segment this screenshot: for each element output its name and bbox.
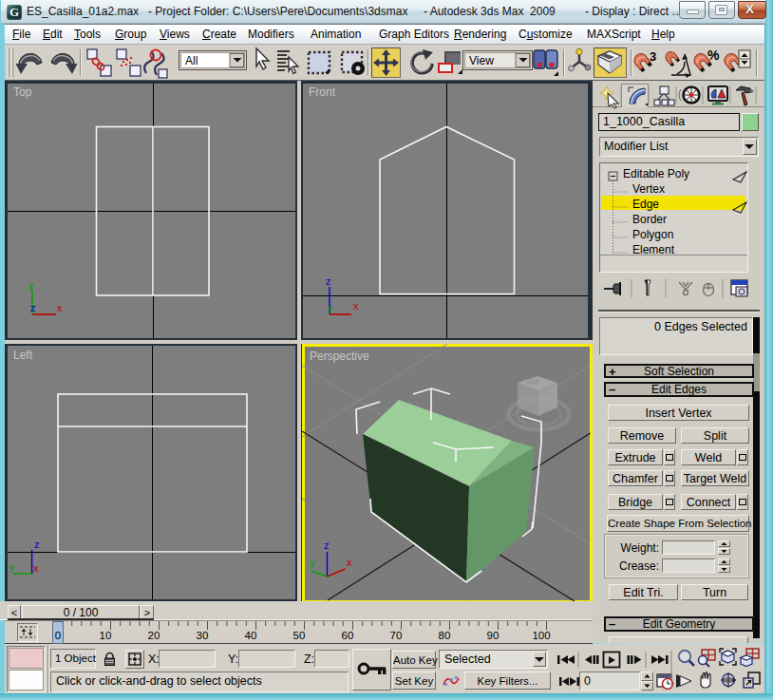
svg-text:x: x bbox=[33, 562, 39, 574]
svg-text:Perspective: Perspective bbox=[310, 350, 369, 363]
svg-text:x: x bbox=[57, 302, 63, 313]
svg-text:3: 3 bbox=[650, 49, 656, 64]
svg-text:x: x bbox=[347, 557, 352, 568]
svg-text:x: x bbox=[353, 300, 359, 312]
svg-text:All: All bbox=[185, 54, 198, 67]
svg-text:z: z bbox=[326, 275, 331, 287]
svg-text:y: y bbox=[9, 561, 15, 573]
svg-text:y: y bbox=[28, 279, 34, 291]
svg-text:z: z bbox=[324, 539, 330, 551]
svg-text:Front: Front bbox=[309, 85, 336, 99]
svg-text:%: % bbox=[707, 47, 720, 63]
svg-text:y: y bbox=[311, 557, 316, 568]
svg-text:Left: Left bbox=[13, 349, 33, 362]
svg-text:y: y bbox=[328, 302, 333, 313]
svg-text:z: z bbox=[30, 302, 36, 313]
svg-text:Top: Top bbox=[13, 85, 32, 99]
svg-text:z: z bbox=[34, 539, 40, 550]
svg-text:View: View bbox=[469, 54, 494, 67]
